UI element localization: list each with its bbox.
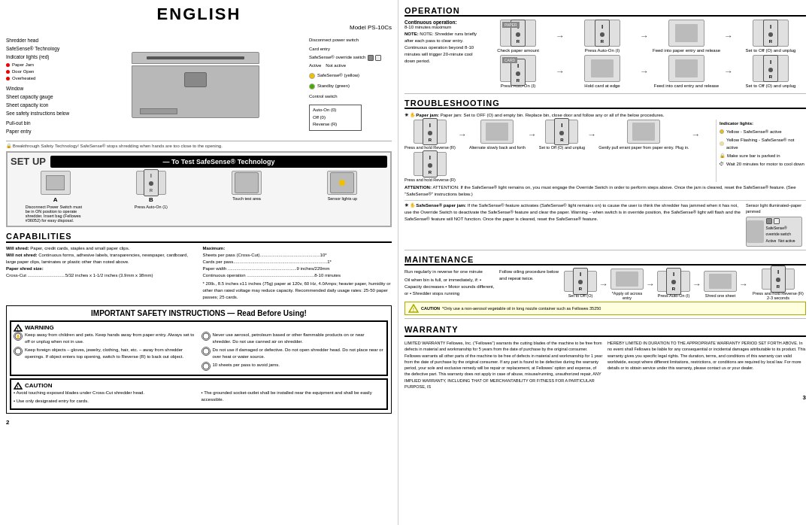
- svg-text:!: !: [17, 326, 19, 331]
- dot-icon: [6, 70, 10, 74]
- will-shred-bold: Will shred:: [6, 246, 30, 250]
- op-card-step-0: CARD I R Press Auto-On (I): [483, 55, 553, 88]
- switch-r-ts0: R: [429, 138, 432, 142]
- setup-shredder-c: [235, 172, 259, 193]
- ts-attention: ATTENTION: ATTENTION: If the SafeSense® …: [404, 184, 806, 198]
- paper-jam-note: ☀ ✋ Paper jam: Paper jam: Set to OFF (O)…: [404, 112, 806, 117]
- op-card-step-2: Feed into card entry and release: [651, 55, 722, 88]
- switch-paper-3: I R: [763, 20, 778, 47]
- ts-safesense-jam: ☀ ✋ SafeSense® paper jam: If the SafeSen…: [404, 200, 806, 247]
- shredder-labels: Shredder head SafeSense® Technology Indi…: [6, 34, 81, 136]
- dot-m0: [578, 280, 583, 284]
- setup-title: SET UP: [11, 156, 46, 167]
- setup-step-2: I R B Press Auto-On (1): [106, 171, 195, 209]
- step-a-text: Disconnect Power Switch must be in ON po…: [26, 205, 86, 223]
- switch-i: I: [150, 172, 152, 179]
- card-step-label-3: Set to Off (O) and unplug: [746, 83, 796, 88]
- warranty-col-1: LIMITED WARRANTY Fellowes, Inc. ("Fellow…: [404, 340, 603, 390]
- switch-i-p1: I: [601, 23, 603, 30]
- toggle-active: [368, 55, 374, 61]
- switch-r-b: R: [150, 188, 153, 193]
- warning-icon-1: ✋: [14, 332, 23, 341]
- paper-badge: PAPER: [502, 22, 520, 28]
- caution-title-oil: CAUTION: [421, 306, 440, 311]
- caution-columns: • Avoid touching exposed blades under Cr…: [14, 390, 384, 406]
- operation-heading: OPERATION: [404, 6, 806, 17]
- setup-step-4: Sensor lights up: [298, 171, 387, 201]
- svg-text:✋: ✋: [16, 334, 21, 339]
- warning-item-2: Keep foreign objects – gloves, jewelry, …: [14, 347, 197, 360]
- warning-icon-5: [201, 362, 211, 371]
- step-letter-a: A: [53, 196, 58, 203]
- green-light-icon: [309, 83, 315, 90]
- switch-maint-0: I R: [573, 268, 588, 295]
- maint-step-label-2: Press Auto-On (I): [658, 293, 690, 298]
- paper-jam-bold: Paper jam:: [416, 113, 440, 117]
- maint-step-label-4: Press and hold Reverse (R) 2-3 seconds: [750, 291, 806, 300]
- ind-lights-title: Indicator lights:: [720, 120, 806, 128]
- ts-steps-area: I R Press and hold Reverse (R) → Alterna…: [404, 120, 713, 182]
- switch-r-p0: R: [517, 39, 520, 44]
- shredder-panel-img: [184, 72, 207, 87]
- maint-notes: Run regularly in reverse for one minute …: [404, 269, 495, 300]
- switch-i-m2: I: [673, 271, 674, 278]
- capabilities-section: CAPABILITIES Will shred: Paper, credit c…: [6, 232, 392, 301]
- capabilities-content: Will shred: Paper, credit cards, staples…: [6, 245, 392, 301]
- op-card-step-1: Hold card at edge: [567, 55, 638, 88]
- ts-arrow-4: →: [692, 129, 701, 140]
- card-badge: CARD: [502, 57, 517, 63]
- maint-follow-note: Follow oiling procedure below and repeat…: [499, 269, 559, 300]
- ind-yellow-flash-row: Yellow Flashing - SafeSense® not active: [720, 136, 806, 153]
- warning-columns: ✋ Keep away from children and pets. Keep…: [14, 332, 384, 372]
- cross-cut: Cross-Cut ..............................…: [6, 272, 195, 279]
- card-step-label-1: Hold card at edge: [584, 83, 620, 88]
- shredder-feed-img: [675, 24, 698, 42]
- maint-img-2: I R: [657, 271, 690, 292]
- warning-box: ! WARNING ✋ Keep away from children and …: [10, 320, 388, 376]
- shredder-window-img: [140, 108, 177, 114]
- step-b-text: Press Auto-On (1): [135, 205, 168, 209]
- switch-b: I R: [144, 169, 159, 196]
- maintenance-section: MAINTENANCE Run regularly in reverse for…: [404, 255, 806, 319]
- op-time: 8-10 minutes maximum: [404, 25, 480, 29]
- continuous-op-label: Continuous operation:: [404, 20, 480, 25]
- op-paper-img-0: PAPER I R: [500, 20, 536, 47]
- op-top-row: Continuous operation: 8-10 minutes maxim…: [404, 20, 806, 88]
- switch-maint-4: I R: [771, 266, 786, 293]
- setup-section: SET UP — To Test SafeSense® Technology A…: [6, 151, 392, 227]
- label-safesense: SafeSense® Technology: [6, 45, 81, 53]
- ind-yellow-flash-label: Yellow Flashing - SafeSense® not active: [726, 136, 806, 153]
- cap-left: Will shred: Paper, credit cards, staples…: [6, 245, 195, 301]
- paper-steps-row: PAPER I R Check paper amount →: [483, 20, 806, 53]
- setup-shredder-a: [46, 175, 65, 190]
- paper-step-label-2: Feed into paper entry and release: [653, 48, 720, 53]
- paper-step-label-0: Check paper amount: [497, 48, 539, 53]
- ts-main-area: I R Press and hold Reverse (R) → Alterna…: [404, 120, 806, 182]
- control-switch-box: Auto-On (0) Off (0) Reverse (R): [309, 105, 362, 131]
- op-note-bold: NOTE:: [404, 32, 420, 36]
- step-d-text: Sensor lights up: [328, 196, 357, 201]
- dot-ts0: [428, 131, 432, 135]
- op-paper-step-2: Feed into paper entry and release: [651, 20, 722, 53]
- ts-step-1: Alternate slowly back and forth: [469, 120, 526, 150]
- warranty-section: WARRANTY LIMITED WARRANTY Fellowes, Inc.…: [404, 323, 806, 390]
- switch-ts-2: I R: [554, 118, 569, 145]
- caution-item-1: • Avoid touching exposed blades under Cr…: [14, 390, 197, 396]
- safety-title: IMPORTANT SAFETY INSTRUCTIONS — Read Bef…: [10, 309, 388, 317]
- warning-triangle-icon: !: [14, 324, 23, 332]
- dot-p0: [516, 32, 520, 37]
- setup-step-1: A Disconnect Power Switch must be in ON …: [11, 171, 100, 223]
- arrow-card-2: →: [640, 66, 649, 77]
- svg-point-5: [203, 333, 209, 339]
- card-hold-img: [591, 59, 614, 77]
- page-num-right: 3: [404, 394, 806, 401]
- breakthrough-note: 🔒 Breakthrough Safety Technology! SafeSe…: [6, 141, 392, 148]
- caution-oil: ! CAUTION *Only use a non-aerosol vegeta…: [404, 302, 806, 315]
- ind-yellow-row: Yellow - SafeSense® active: [720, 128, 806, 136]
- switch-i-ts0: I: [429, 122, 431, 129]
- ind-yellow-icon: [720, 129, 724, 134]
- switch-dot: [149, 181, 153, 186]
- card-steps-row: CARD I R Press Auto-On (I) →: [483, 55, 806, 88]
- will-not-shred-bold: Will not shred:: [6, 253, 38, 257]
- label-see-safety: See safety instructions below: [6, 110, 81, 117]
